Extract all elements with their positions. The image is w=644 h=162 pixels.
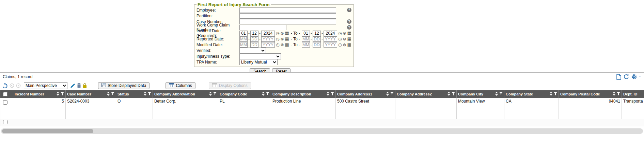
work-comp-claim-number-input[interactable] <box>239 25 286 30</box>
gear-icon[interactable] <box>631 74 637 79</box>
reported-to-month-input[interactable] <box>302 36 310 42</box>
incident-from-month-input[interactable] <box>239 31 248 36</box>
modified-to-year-input[interactable] <box>324 42 337 48</box>
clock-icon[interactable]: ◷ <box>276 43 279 47</box>
scrollbar-thumb[interactable] <box>2 129 93 133</box>
cell-company-address1[interactable]: 500 Castro Street <box>336 98 395 119</box>
sort-icon[interactable] <box>386 92 389 96</box>
filter-icon[interactable] <box>390 92 394 96</box>
modified-from-month-input[interactable] <box>239 42 248 48</box>
filter-icon[interactable] <box>499 92 503 96</box>
calendar-icon[interactable]: ▦ <box>347 37 351 41</box>
filter-icon[interactable] <box>61 92 64 96</box>
delete-perspective-icon[interactable] <box>77 83 81 88</box>
clear-icon[interactable]: ⊗ <box>343 31 346 35</box>
clock-icon[interactable]: ◷ <box>338 43 342 47</box>
clock-icon[interactable]: ◷ <box>338 31 342 35</box>
column-header-company-city[interactable]: Company City <box>457 90 504 98</box>
calendar-icon[interactable]: ▦ <box>285 37 289 41</box>
help-icon[interactable]: ? <box>347 25 351 30</box>
cell-incident-number[interactable]: 5 <box>13 98 66 119</box>
modified-from-day-input[interactable] <box>250 42 258 48</box>
column-header-company-postal-code[interactable]: Company Postal Code <box>559 90 622 98</box>
filter-icon[interactable] <box>266 92 269 96</box>
cell-company-abbreviation[interactable]: Better Corp. <box>153 98 218 119</box>
perspective-select[interactable]: Main Perspective <box>24 82 67 89</box>
store-displayed-data-button[interactable]: Store Displayed Data <box>98 82 150 89</box>
columns-button[interactable]: Columns <box>166 82 195 89</box>
incident-from-year-input[interactable] <box>261 31 275 36</box>
sort-icon[interactable] <box>209 92 212 96</box>
reload-perspective-icon[interactable] <box>2 83 8 88</box>
column-header-company-description[interactable]: Company Description <box>271 90 336 98</box>
cell-case-number[interactable]: S2024-0003 <box>66 98 116 119</box>
column-header-company-abbreviation[interactable]: Company Abbreviation <box>153 90 218 98</box>
column-header-case-number[interactable]: Case Number <box>66 90 116 98</box>
chevron-down-icon[interactable] <box>639 74 641 79</box>
cell-dept-id[interactable]: Transporta <box>622 98 644 119</box>
filter-icon[interactable] <box>148 92 151 96</box>
clear-icon[interactable]: ⊗ <box>280 31 284 35</box>
clear-icon[interactable]: ⊗ <box>280 43 284 47</box>
reported-to-year-input[interactable] <box>324 36 337 42</box>
clear-icon[interactable]: ⊗ <box>343 37 346 41</box>
refresh-icon[interactable] <box>624 74 629 79</box>
cell-company-postal-code[interactable]: 94041 <box>559 98 622 119</box>
sort-icon[interactable] <box>447 92 450 96</box>
clock-icon[interactable]: ◷ <box>276 37 279 41</box>
modified-to-month-input[interactable] <box>302 42 310 48</box>
reported-from-day-input[interactable] <box>250 36 258 42</box>
sort-icon[interactable] <box>107 92 110 96</box>
new-document-icon[interactable] <box>616 74 621 80</box>
cell-company-description[interactable]: Production Line <box>271 98 336 119</box>
incident-to-year-input[interactable] <box>324 31 337 36</box>
clear-icon[interactable]: ⊗ <box>280 37 284 41</box>
sort-icon[interactable] <box>550 92 552 96</box>
column-header-dept-id[interactable]: Dept. ID <box>622 90 644 98</box>
verified-select[interactable] <box>239 48 266 54</box>
filter-icon[interactable] <box>111 92 114 96</box>
column-header-company-state[interactable]: Company State <box>504 90 559 98</box>
injury-type-select[interactable] <box>239 53 281 59</box>
modified-to-day-input[interactable] <box>313 42 321 48</box>
lock-icon[interactable] <box>83 83 87 88</box>
column-header-incident-number[interactable]: Incident Number <box>13 90 66 98</box>
cell-company-city[interactable]: Mountain View <box>457 98 504 119</box>
sort-icon[interactable] <box>495 92 498 96</box>
calendar-icon[interactable]: ▦ <box>285 31 289 35</box>
footer-checkbox[interactable] <box>3 120 7 124</box>
case-number-input[interactable] <box>239 19 336 24</box>
incident-to-month-input[interactable] <box>302 31 310 36</box>
row-checkbox[interactable] <box>3 100 7 105</box>
clear-icon[interactable]: ⊗ <box>343 43 346 47</box>
filter-icon[interactable] <box>331 92 334 96</box>
column-header-company-address1[interactable]: Company Address1 <box>336 90 395 98</box>
reported-from-year-input[interactable] <box>261 36 275 42</box>
filter-icon[interactable] <box>554 92 557 96</box>
help-icon[interactable]: ? <box>347 19 351 24</box>
employee-input[interactable] <box>239 7 336 13</box>
modified-from-year-input[interactable] <box>261 42 275 48</box>
sort-icon[interactable] <box>57 92 59 96</box>
calendar-icon[interactable]: ▦ <box>347 31 351 35</box>
incident-from-day-input[interactable] <box>250 31 258 36</box>
reported-from-month-input[interactable] <box>239 36 248 42</box>
cell-company-code[interactable]: PL <box>218 98 271 119</box>
column-header-status[interactable]: Status <box>116 90 153 98</box>
filter-icon[interactable] <box>452 92 455 96</box>
horizontal-scrollbar[interactable] <box>1 128 643 134</box>
calendar-icon[interactable]: ▦ <box>285 42 289 47</box>
filter-icon[interactable] <box>213 92 217 96</box>
sort-icon[interactable] <box>262 92 265 96</box>
edit-perspective-icon[interactable] <box>70 83 75 88</box>
clock-icon[interactable]: ◷ <box>338 37 342 41</box>
table-row[interactable]: 5 S2024-0003 O Better Corp. PL Productio… <box>0 98 644 119</box>
select-all-checkbox[interactable] <box>3 92 7 96</box>
reported-to-day-input[interactable] <box>313 36 321 42</box>
tpa-select[interactable]: Liberty Mutual <box>239 59 278 65</box>
sort-icon[interactable] <box>144 92 146 96</box>
filter-icon[interactable] <box>617 92 620 96</box>
cell-status[interactable]: O <box>116 98 153 119</box>
column-header-company-code[interactable]: Company Code <box>218 90 271 98</box>
calendar-icon[interactable]: ▦ <box>347 42 351 47</box>
